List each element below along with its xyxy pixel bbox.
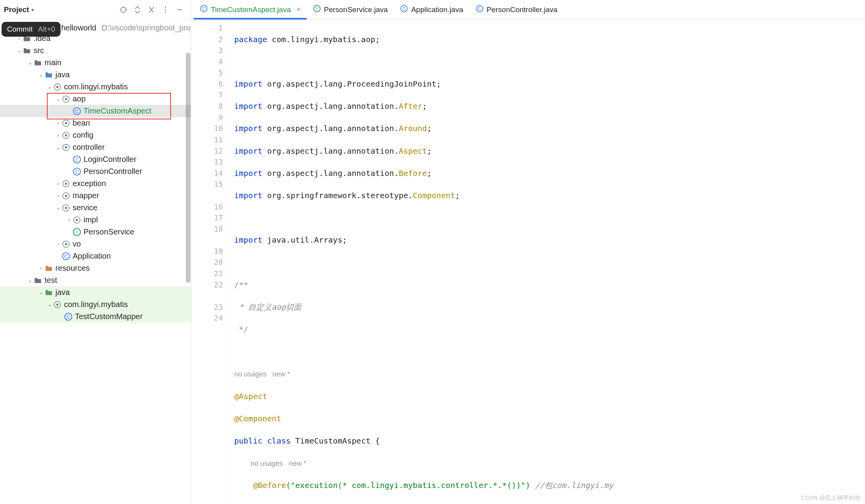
tree-item-java[interactable]: ⌄ java bbox=[0, 69, 191, 81]
breadcrumb-path: D:\vscode\springboot_proje bbox=[101, 23, 191, 32]
tree-item-test-java[interactable]: ⌄ java bbox=[0, 286, 191, 298]
chevron-right-icon: › bbox=[37, 265, 44, 271]
tree-item-pkg[interactable]: ⌄ com.lingyi.mybatis bbox=[0, 81, 191, 93]
tab-application[interactable]: C Application.java bbox=[394, 0, 469, 19]
package-icon bbox=[53, 83, 62, 91]
package-icon bbox=[62, 131, 70, 140]
tree-label: service bbox=[73, 203, 97, 212]
svg-text:C: C bbox=[75, 108, 79, 114]
tree-item-service[interactable]: ⌄ service bbox=[0, 202, 191, 214]
tree-item-mapper[interactable]: › mapper bbox=[0, 190, 191, 202]
tab-label: PersonController.java bbox=[487, 5, 558, 14]
class-icon: C bbox=[400, 5, 408, 14]
tree-label: mapper bbox=[73, 191, 99, 200]
tree-item-person-controller[interactable]: · C PersonController bbox=[0, 165, 191, 177]
tab-label: TimeCustomAspect.java bbox=[211, 5, 291, 14]
editor-tabs: C TimeCustomAspect.java × I PersonServic… bbox=[191, 0, 865, 20]
chevron-down-icon: ⌄ bbox=[37, 72, 44, 78]
chevron-down-icon[interactable]: ▾ bbox=[31, 7, 34, 13]
tree-item-login-controller[interactable]: · C LoginController bbox=[0, 153, 191, 165]
folder-icon bbox=[34, 59, 42, 67]
svg-point-26 bbox=[65, 183, 67, 185]
more-icon[interactable] bbox=[160, 4, 171, 16]
chevron-down-icon: ⌄ bbox=[27, 277, 34, 283]
tree-item-aop[interactable]: ⌄ aop bbox=[0, 93, 191, 105]
locate-icon[interactable] bbox=[117, 4, 129, 16]
chevron-right-icon: › bbox=[55, 132, 62, 138]
tab-person-service[interactable]: I PersonService.java bbox=[307, 0, 394, 19]
package-icon bbox=[62, 240, 70, 248]
tree-item-person-service[interactable]: · I PersonService bbox=[0, 226, 191, 238]
package-icon bbox=[62, 179, 70, 188]
svg-point-40 bbox=[56, 303, 59, 306]
chevron-right-icon: › bbox=[55, 120, 62, 126]
tree-item-test[interactable]: ⌄ test bbox=[0, 274, 191, 286]
project-tree[interactable]: › .idea ⌄ src ⌄ main ⌄ java ⌄ bbox=[0, 32, 191, 504]
test-folder-icon bbox=[44, 288, 53, 297]
tree-label: java bbox=[55, 288, 70, 297]
tab-label: Application.java bbox=[411, 5, 463, 14]
tree-label: com.lingyi.mybatis bbox=[64, 300, 128, 309]
expand-all-icon[interactable] bbox=[132, 4, 143, 16]
tree-item-config[interactable]: › config bbox=[0, 129, 191, 141]
tab-time-aspect[interactable]: C TimeCustomAspect.java × bbox=[194, 0, 307, 19]
project-panel-header: Project ▾ bbox=[0, 0, 191, 20]
inlay-hint: no usages new * bbox=[251, 460, 306, 467]
tree-label: LoginController bbox=[84, 155, 137, 164]
class-icon: C bbox=[200, 5, 208, 14]
chevron-down-icon: ⌄ bbox=[46, 302, 53, 307]
tree-label: java bbox=[55, 70, 70, 79]
collapse-all-icon[interactable] bbox=[146, 4, 157, 16]
inlay-hint: no usages new * bbox=[234, 370, 290, 378]
code-area[interactable]: package com.lingyi.mybatis.aop; import o… bbox=[230, 20, 865, 504]
tooltip-shortcut: Alt+0 bbox=[38, 25, 55, 34]
tree-item-test-mapper[interactable]: · C TestCustomMapper bbox=[0, 311, 191, 323]
tree-item-exception[interactable]: › exception bbox=[0, 177, 191, 190]
tree-item-vo[interactable]: › vo bbox=[0, 238, 191, 250]
svg-point-6 bbox=[165, 9, 166, 10]
code-editor[interactable]: 1 2 3 4 5 6 7 8 9 10 11 12 13 14 15 16 1… bbox=[191, 20, 865, 504]
svg-text:C: C bbox=[478, 6, 481, 11]
source-folder-icon bbox=[44, 71, 53, 79]
package-icon bbox=[62, 204, 70, 212]
chevron-down-icon: ⌄ bbox=[37, 289, 44, 295]
tree-label: Application bbox=[73, 252, 111, 261]
tree-item-impl[interactable]: › impl bbox=[0, 214, 191, 226]
tree-item-main[interactable]: ⌄ main bbox=[0, 57, 191, 69]
gutter: 1 2 3 4 5 6 7 8 9 10 11 12 13 14 15 16 1… bbox=[191, 20, 230, 504]
tree-label: com.lingyi.mybatis bbox=[64, 82, 128, 91]
class-icon: C bbox=[62, 252, 70, 261]
tree-item-resources[interactable]: › resources bbox=[0, 262, 191, 274]
chevron-down-icon: ⌄ bbox=[16, 48, 23, 53]
tree-label: PersonController bbox=[84, 167, 142, 176]
tree-label: TimeCustomAspect bbox=[84, 106, 151, 115]
interface-icon: I bbox=[73, 228, 81, 236]
tab-person-controller[interactable]: C PersonController.java bbox=[470, 0, 564, 19]
tree-item-bean[interactable]: › bean bbox=[0, 117, 191, 129]
tree-item-test-pkg[interactable]: ⌄ com.lingyi.mybatis bbox=[0, 298, 191, 311]
package-icon bbox=[62, 119, 70, 128]
chevron-right-icon: › bbox=[55, 181, 62, 186]
tree-label: bean bbox=[73, 119, 90, 128]
svg-text:C: C bbox=[202, 6, 205, 11]
tree-item-controller[interactable]: ⌄ controller bbox=[0, 141, 191, 153]
tree-label: config bbox=[73, 131, 93, 140]
close-icon[interactable]: × bbox=[296, 5, 301, 14]
tree-label: vo bbox=[73, 240, 81, 248]
svg-point-36 bbox=[65, 243, 67, 245]
package-icon bbox=[53, 300, 62, 309]
scrollbar-thumb[interactable] bbox=[186, 53, 190, 283]
svg-point-5 bbox=[165, 7, 166, 8]
tree-item-time-aspect[interactable]: · C TimeCustomAspect bbox=[0, 105, 191, 117]
panel-title[interactable]: Project bbox=[4, 5, 29, 14]
package-icon bbox=[73, 216, 81, 224]
minimize-icon[interactable] bbox=[174, 4, 185, 16]
class-icon: C bbox=[73, 167, 81, 176]
svg-point-18 bbox=[65, 134, 67, 137]
tree-item-application[interactable]: · C Application bbox=[0, 250, 191, 262]
tree-item-src[interactable]: ⌄ src bbox=[0, 44, 191, 57]
chevron-right-icon: › bbox=[55, 241, 62, 247]
svg-text:I: I bbox=[316, 6, 317, 11]
tree-label: exception bbox=[73, 179, 106, 188]
commit-tooltip: Commit Alt+0 bbox=[2, 22, 61, 37]
